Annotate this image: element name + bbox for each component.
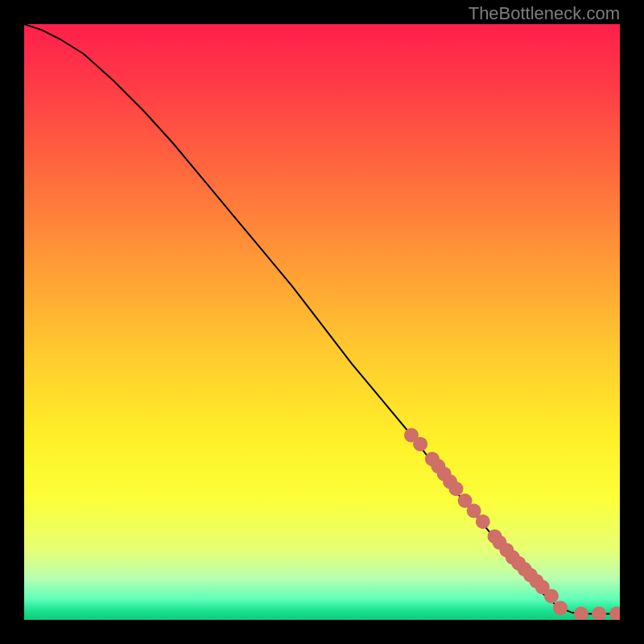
chart-frame: TheBottleneck.com bbox=[0, 0, 644, 644]
bottleneck-chart bbox=[24, 24, 620, 620]
plot-area bbox=[24, 24, 620, 620]
data-marker bbox=[476, 514, 490, 529]
gradient-background bbox=[24, 24, 620, 620]
data-marker bbox=[449, 481, 464, 496]
data-marker bbox=[553, 601, 568, 615]
data-marker bbox=[413, 437, 427, 452]
attribution-label: TheBottleneck.com bbox=[469, 3, 620, 24]
data-marker bbox=[544, 588, 559, 603]
